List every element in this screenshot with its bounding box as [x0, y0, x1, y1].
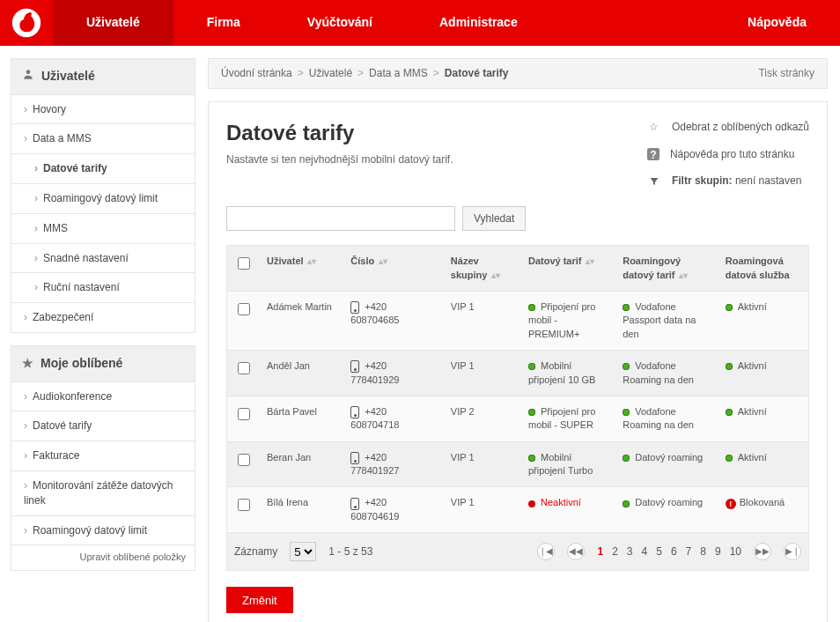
th-data-tarif[interactable]: Datový tarif ▴▾ [521, 246, 615, 292]
cell-roam-svc: !Blokovaná [718, 487, 809, 533]
sidebar-fav-item[interactable]: Datové tarify [11, 411, 195, 441]
pager-page[interactable]: 3 [627, 544, 633, 559]
tool-remove-fav-label: Odebrat z oblíbených odkazů [672, 120, 809, 135]
status-dot [623, 304, 630, 311]
cell-roam-tarif: Vodafone Roaming na den [615, 351, 718, 396]
sort-icon: ▴▾ [677, 270, 689, 280]
row-checkbox[interactable] [238, 362, 250, 374]
pager-page[interactable]: 7 [686, 544, 692, 559]
sidebar-fav-item[interactable]: Monitorování zátěže datových linek [11, 470, 195, 515]
sidebar-item[interactable]: Hovory [11, 95, 195, 124]
top-nav: Uživatelé Firma Vyúčtování Administrace … [0, 0, 840, 46]
select-all-checkbox[interactable] [238, 257, 250, 270]
cell-user: Adámek Martin [260, 291, 343, 350]
status-dot [726, 304, 733, 311]
pager-numbers: 12345678910 [597, 544, 741, 559]
pager-last-button[interactable]: ▶❘ [784, 543, 801, 560]
pager-page[interactable]: 2 [612, 544, 618, 559]
status-dot [726, 409, 733, 416]
status-dot [623, 409, 630, 416]
cell-number: +420 778401927 [343, 441, 444, 487]
sidebar-title: Uživatelé [41, 68, 95, 85]
search-input[interactable] [226, 206, 455, 231]
help-icon: ? [647, 148, 659, 160]
breadcrumb-item-current: Datové tarify [445, 66, 509, 81]
row-checkbox[interactable] [238, 303, 250, 315]
pager-page[interactable]: 4 [642, 544, 648, 559]
pager-page[interactable]: 8 [700, 544, 706, 559]
breadcrumb-item[interactable]: Úvodní stránka [221, 66, 292, 81]
cell-data-tarif: Neaktivní [521, 487, 615, 533]
submit-button[interactable]: Změnit [226, 587, 293, 613]
table-row: Bárta Pavel+420 608704718VIP 2Připojení … [227, 396, 809, 441]
cell-number: +420 608704718 [343, 396, 444, 441]
sidebar-item[interactable]: Datové tarify [11, 153, 195, 183]
th-roam-tarif[interactable]: Roamingový datový tarif ▴▾ [615, 246, 718, 292]
pager-page[interactable]: 9 [715, 544, 721, 559]
sidebar-fav-item[interactable]: Fakturace [11, 441, 195, 470]
tool-remove-fav[interactable]: ☆ Odebrat z oblíbených odkazů [647, 120, 809, 135]
breadcrumb-item[interactable]: Data a MMS [369, 66, 428, 81]
nav-item-users[interactable]: Uživatelé [53, 0, 173, 46]
pager-per-page-select[interactable]: 5 [290, 542, 316, 561]
th-group[interactable]: Název skupiny ▴▾ [444, 246, 521, 292]
sidebar-panel-fav: ★ Moje oblíbené AudiokonferenceDatové ta… [11, 345, 195, 571]
nav-item-admin[interactable]: Administrace [406, 0, 551, 46]
sidebar-fav-edit[interactable]: Upravit oblíbené položky [11, 544, 195, 569]
cell-roam-tarif: Vodafone Passport data na den [615, 291, 718, 350]
tool-filter[interactable]: Filtr skupin: není nastaven [647, 174, 809, 189]
row-checkbox[interactable] [238, 499, 250, 511]
status-dot [528, 455, 535, 462]
sidebar-item[interactable]: MMS [11, 213, 195, 243]
sidebar-fav-item[interactable]: Audiokonference [11, 382, 195, 411]
pager-page[interactable]: 5 [656, 544, 662, 559]
sidebar-item[interactable]: Roamingový datový limit [11, 183, 195, 213]
th-number[interactable]: Číslo ▴▾ [343, 246, 444, 292]
sort-icon: ▴▾ [306, 256, 317, 266]
pager-next-button[interactable]: ▶▶ [754, 543, 771, 560]
table-row: Anděl Jan+420 778401929VIP 1Mobilní přip… [227, 351, 809, 396]
breadcrumb-sep: > [433, 66, 439, 81]
cell-data-tarif: Připojení pro mobil - PREMIUM+ [521, 291, 615, 350]
th-user[interactable]: Uživatel ▴▾ [260, 246, 343, 292]
cell-roam-svc: Aktivní [718, 396, 809, 441]
status-dot [726, 455, 733, 462]
pager-records-label: Záznamy [234, 544, 277, 559]
breadcrumb-item[interactable]: Uživatelé [309, 66, 352, 81]
pager-page[interactable]: 1 [597, 544, 603, 559]
pager-page[interactable]: 6 [671, 544, 677, 559]
pager-page[interactable]: 10 [730, 544, 741, 559]
sidebar-item[interactable]: Ruční nastavení [11, 272, 195, 302]
cell-group: VIP 1 [444, 441, 521, 487]
nav-item-help[interactable]: Nápověda [714, 0, 840, 46]
search-button[interactable]: Vyhledat [462, 206, 526, 231]
row-checkbox[interactable] [238, 408, 250, 420]
status-dot [528, 304, 535, 311]
sidebar-item[interactable]: Zabezpečení [11, 302, 195, 332]
phone-icon [350, 498, 359, 510]
sidebar-panel-head-fav: ★ Moje oblíbené [11, 346, 195, 382]
pager-prev-button[interactable]: ◀◀ [567, 543, 585, 560]
print-link[interactable]: Tisk stránky [758, 66, 814, 81]
brand-logo[interactable] [0, 0, 53, 46]
row-checkbox[interactable] [238, 454, 250, 466]
main: Úvodní stránka > Uživatelé > Data a MMS … [204, 58, 840, 622]
svg-point-1 [26, 70, 31, 74]
sidebar-item[interactable]: Snadné nastavení [11, 243, 195, 273]
sidebar-panel-users: Uživatelé HovoryData a MMSDatové tarifyR… [11, 58, 195, 333]
tool-help[interactable]: ? Nápověda pro tuto stránku [647, 147, 809, 162]
phone-icon [350, 301, 359, 314]
sidebar-fav-item[interactable]: Roamingový datový limit [11, 515, 195, 545]
cell-user: Anděl Jan [260, 351, 343, 396]
status-dot [623, 455, 630, 462]
pager-first-button[interactable]: ❘◀ [537, 543, 555, 560]
sidebar-item[interactable]: Data a MMS [11, 123, 195, 153]
nav-item-company[interactable]: Firma [173, 0, 274, 46]
sort-icon: ▴▾ [489, 270, 500, 280]
page-tools: ☆ Odebrat z oblíbených odkazů ? Nápověda… [647, 118, 809, 189]
page-title: Datové tarify [226, 118, 621, 148]
nav-item-billing[interactable]: Vyúčtování [274, 0, 406, 46]
tool-help-label: Nápověda pro tuto stránku [670, 147, 794, 162]
phone-icon [350, 360, 359, 373]
status-dot [623, 363, 630, 370]
